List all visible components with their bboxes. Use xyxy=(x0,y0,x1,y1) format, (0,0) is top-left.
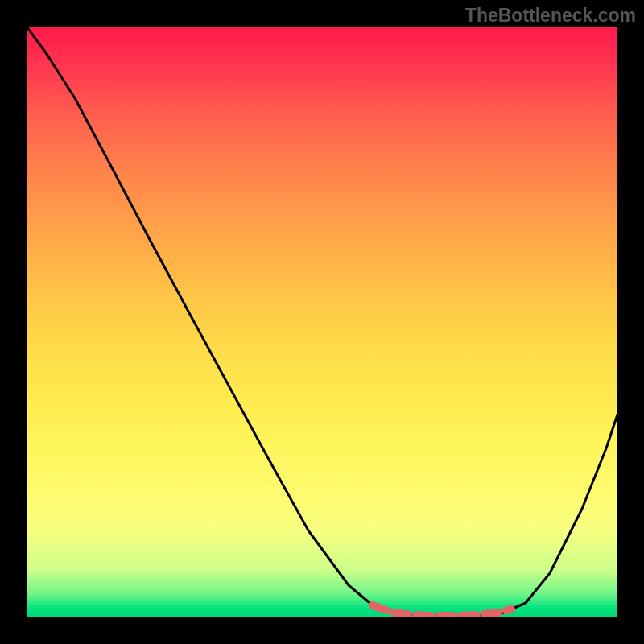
series-main-curve xyxy=(27,27,617,616)
watermark-text: TheBottleneck.com xyxy=(465,5,636,27)
series-highlight-segment xyxy=(373,605,511,616)
chart-container: TheBottleneck.com xyxy=(0,0,644,644)
chart-svg xyxy=(27,27,617,617)
plot-area xyxy=(27,27,617,617)
